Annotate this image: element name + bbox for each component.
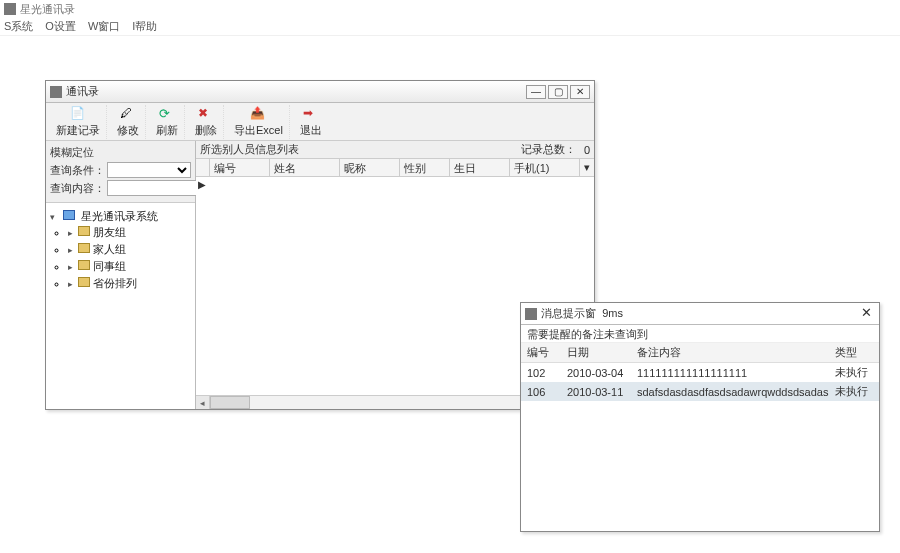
tree-root-icon — [63, 210, 75, 220]
tree-root-node[interactable]: ▾ 星光通讯录系统 ▸朋友组 ▸家人组 ▸同事组 ▸省份排列 — [50, 209, 191, 292]
search-condition-select[interactable] — [107, 162, 191, 178]
popup-col-note[interactable]: 备注内容 — [631, 343, 829, 363]
contacts-window: 通讯录 — ▢ ✕ 新建记录 修改 刷新 删除 导出Excel — [45, 80, 595, 410]
close-button[interactable]: ✕ — [859, 306, 873, 320]
delete-label: 删除 — [195, 123, 217, 138]
col-more[interactable]: ▾ — [580, 159, 594, 176]
contacts-title-icon — [50, 86, 62, 98]
exit-icon — [303, 106, 319, 122]
app-titlebar: 星光通讯录 — [0, 0, 900, 18]
grid-count-label: 记录总数： — [521, 142, 576, 157]
maximize-button[interactable]: ▢ — [548, 85, 568, 99]
app-title: 星光通讯录 — [20, 2, 75, 17]
delete-icon — [198, 106, 214, 122]
menu-settings[interactable]: O设置 — [45, 19, 76, 34]
tree-node-family[interactable]: ▸家人组 — [68, 241, 191, 258]
table-row[interactable]: 106 2010-03-11 sdafsdasdasdfasdsadawrqwd… — [521, 382, 879, 401]
search-condition-label: 查询条件： — [50, 163, 105, 178]
menu-window[interactable]: W窗口 — [88, 19, 120, 34]
close-button[interactable]: ✕ — [570, 85, 590, 99]
col-phone[interactable]: 手机(1) — [510, 159, 580, 176]
popup-window: 消息提示窗 9ms ✕ 需要提醒的备注未查询到 编号 日期 备注内容 类型 10… — [520, 302, 880, 532]
tree-root-label: 星光通讯录系统 — [81, 210, 158, 222]
popup-titlebar[interactable]: 消息提示窗 9ms ✕ — [521, 303, 879, 325]
new-record-button[interactable]: 新建记录 — [50, 105, 107, 139]
folder-icon — [78, 260, 90, 270]
refresh-button[interactable]: 刷新 — [150, 105, 185, 139]
contacts-title: 通讯录 — [66, 84, 522, 99]
edit-button[interactable]: 修改 — [111, 105, 146, 139]
popup-title-icon — [525, 308, 537, 320]
grid-header: 所选别人员信息列表 记录总数： 0 — [196, 141, 594, 159]
app-icon — [4, 3, 16, 15]
exit-button[interactable]: 退出 — [294, 105, 328, 139]
popup-subtitle: 需要提醒的备注未查询到 — [521, 325, 879, 343]
popup-table-header: 编号 日期 备注内容 类型 — [521, 343, 879, 363]
export-button[interactable]: 导出Excel — [228, 105, 290, 139]
export-label: 导出Excel — [234, 123, 283, 138]
folder-icon — [78, 226, 90, 236]
popup-col-date[interactable]: 日期 — [561, 343, 631, 363]
export-icon — [250, 106, 266, 122]
chevron-right-icon[interactable]: ▸ — [68, 245, 78, 255]
grid-row-pointer-icon: ▶ — [198, 179, 206, 190]
edit-label: 修改 — [117, 123, 139, 138]
grid-count-value: 0 — [584, 144, 590, 156]
col-gender[interactable]: 性别 — [400, 159, 450, 176]
popup-table: 编号 日期 备注内容 类型 102 2010-03-04 11111111111… — [521, 343, 879, 401]
folder-icon — [78, 243, 90, 253]
refresh-label: 刷新 — [156, 123, 178, 138]
table-row[interactable]: 102 2010-03-04 111111111111111111 未执行 — [521, 363, 879, 383]
edit-icon — [120, 106, 136, 122]
col-name[interactable]: 姓名 — [270, 159, 340, 176]
popup-col-type[interactable]: 类型 — [829, 343, 879, 363]
grid-header-label: 所选别人员信息列表 — [200, 142, 299, 157]
refresh-icon — [159, 106, 175, 122]
col-id[interactable]: 编号 — [210, 159, 270, 176]
popup-col-id[interactable]: 编号 — [521, 343, 561, 363]
scroll-thumb[interactable] — [210, 396, 250, 409]
contacts-titlebar[interactable]: 通讯录 — ▢ ✕ — [46, 81, 594, 103]
menu-system[interactable]: S系统 — [4, 19, 33, 34]
left-pane: 模糊定位 查询条件： 查询内容： ▾ 星光通讯录系统 — [46, 141, 196, 409]
new-record-icon — [70, 106, 86, 122]
new-record-label: 新建记录 — [56, 123, 100, 138]
menu-help[interactable]: I帮助 — [132, 19, 157, 34]
tree-node-colleagues[interactable]: ▸同事组 — [68, 258, 191, 275]
chevron-right-icon[interactable]: ▸ — [68, 262, 78, 272]
scroll-left-icon[interactable]: ◂ — [196, 396, 210, 409]
popup-title: 消息提示窗 — [541, 307, 596, 319]
tree-view[interactable]: ▾ 星光通讯录系统 ▸朋友组 ▸家人组 ▸同事组 ▸省份排列 — [46, 203, 195, 409]
chevron-right-icon[interactable]: ▸ — [68, 228, 78, 238]
popup-latency: 9ms — [602, 307, 623, 319]
grid-columns: 编号 姓名 昵称 性别 生日 手机(1) ▾ — [196, 159, 594, 177]
folder-icon — [78, 277, 90, 287]
fuzzy-locate-label: 模糊定位 — [50, 145, 94, 160]
menubar: S系统 O设置 W窗口 I帮助 — [0, 18, 900, 36]
col-birth[interactable]: 生日 — [450, 159, 510, 176]
search-term-label: 查询内容： — [50, 181, 105, 196]
chevron-right-icon[interactable]: ▸ — [68, 279, 78, 289]
toolbar: 新建记录 修改 刷新 删除 导出Excel 退出 — [46, 103, 594, 141]
col-nick[interactable]: 昵称 — [340, 159, 400, 176]
search-panel: 模糊定位 查询条件： 查询内容： — [46, 141, 195, 203]
delete-button[interactable]: 删除 — [189, 105, 224, 139]
minimize-button[interactable]: — — [526, 85, 546, 99]
tree-node-friends[interactable]: ▸朋友组 — [68, 224, 191, 241]
chevron-down-icon[interactable]: ▾ — [50, 212, 60, 222]
tree-node-province[interactable]: ▸省份排列 — [68, 275, 191, 292]
exit-label: 退出 — [300, 123, 322, 138]
